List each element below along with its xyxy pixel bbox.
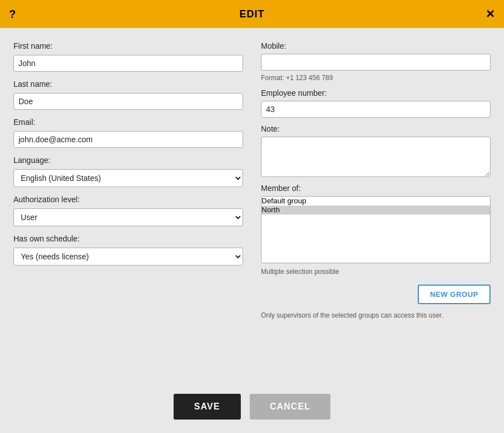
email-input[interactable] [13, 131, 243, 148]
auth-level-select[interactable]: User Supervisor Admin [13, 208, 243, 226]
left-column: First name: Last name: Email: Language: … [13, 41, 243, 376]
auth-level-label: Authorization level: [13, 195, 243, 204]
save-button[interactable]: SAVE [174, 394, 241, 420]
last-name-label: Last name: [13, 80, 243, 89]
first-name-label: First name: [13, 41, 243, 50]
close-button[interactable]: ✕ [486, 7, 495, 21]
cancel-button[interactable]: CANCEL [250, 394, 331, 420]
new-group-button[interactable]: NEW GROUP [418, 285, 491, 304]
edit-modal: ? EDIT ✕ First name: Last name: Email: L… [0, 0, 504, 433]
access-note: Only supervisors of the selected groups … [261, 311, 491, 320]
list-item[interactable]: North [262, 206, 490, 215]
mobile-input[interactable] [261, 54, 491, 71]
modal-header: ? EDIT ✕ [0, 0, 504, 28]
member-of-label: Member of: [261, 184, 491, 193]
last-name-input[interactable] [13, 93, 243, 110]
multi-select-hint: Multiple selection possible [261, 268, 491, 276]
list-item[interactable]: Default group [262, 197, 490, 206]
mobile-format-hint: Format: +1 123 456 789 [261, 74, 491, 82]
mobile-label: Mobile: [261, 41, 491, 50]
schedule-label: Has own schedule: [13, 234, 243, 243]
note-textarea[interactable] [261, 137, 491, 177]
employee-number-input[interactable] [261, 101, 491, 118]
right-column: Mobile: Format: +1 123 456 789 Employee … [261, 41, 491, 376]
modal-footer: SAVE CANCEL [0, 385, 504, 433]
employee-number-label: Employee number: [261, 89, 491, 97]
note-label: Note: [261, 124, 491, 133]
language-label: Language: [13, 156, 243, 165]
member-of-listbox[interactable]: Default group North [261, 196, 491, 263]
modal-title: EDIT [239, 8, 264, 20]
help-icon[interactable]: ? [9, 8, 16, 21]
modal-body: First name: Last name: Email: Language: … [0, 28, 504, 385]
email-label: Email: [13, 118, 243, 127]
language-select[interactable]: English (United States) French German Sp… [13, 169, 243, 187]
first-name-input[interactable] [13, 55, 243, 72]
schedule-select[interactable]: Yes (needs license) No [13, 248, 243, 266]
